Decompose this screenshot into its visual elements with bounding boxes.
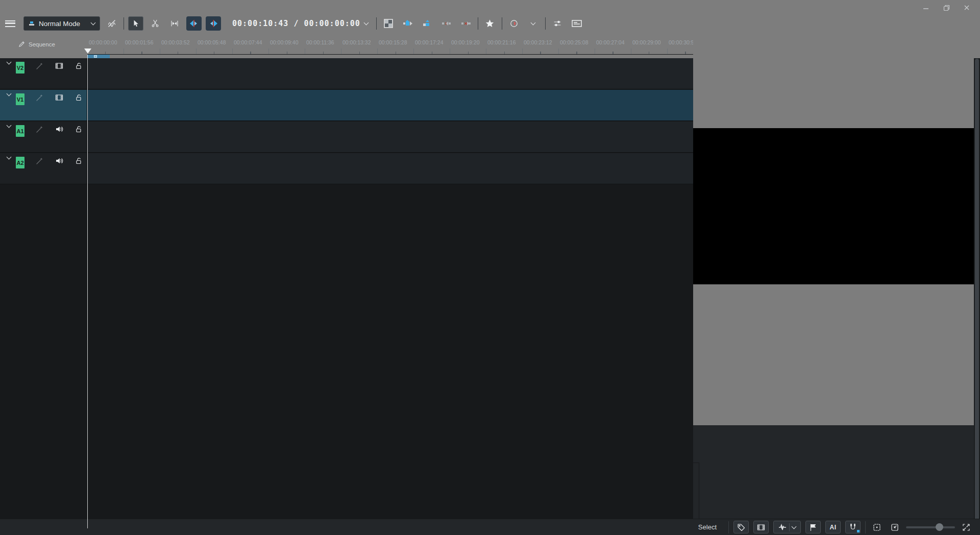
fit-zoom-button[interactable]	[870, 521, 884, 533]
zoom-out-button[interactable]	[888, 521, 901, 533]
timeline-zoom-slider[interactable]	[906, 526, 955, 528]
tool-mode-label: Select	[698, 523, 717, 531]
kdenlive-window: ▲ Untitled / HD 1080p 60 fps — Kdenlive …	[0, 0, 980, 535]
zoom-fullscreen-button[interactable]	[960, 521, 973, 533]
subtitles-toggle-button[interactable]: AI	[825, 521, 841, 533]
tags-toggle-button[interactable]	[733, 521, 749, 533]
markers-toggle-button[interactable]	[805, 521, 821, 533]
maximize-button[interactable]	[942, 4, 950, 12]
close-button[interactable]	[963, 4, 971, 12]
minimize-button[interactable]	[922, 4, 930, 12]
snap-active-indicator	[857, 530, 860, 532]
statusbar: Select AI	[0, 519, 980, 535]
audio-thumbnails-toggle-button[interactable]	[773, 521, 801, 533]
zoom-slider-handle[interactable]	[936, 523, 943, 531]
audio-thumbnails-chevron[interactable]	[792, 524, 797, 529]
playhead-line	[87, 463, 88, 528]
video-thumbnails-toggle-button[interactable]	[753, 521, 769, 533]
snap-toggle-button[interactable]	[845, 521, 861, 533]
